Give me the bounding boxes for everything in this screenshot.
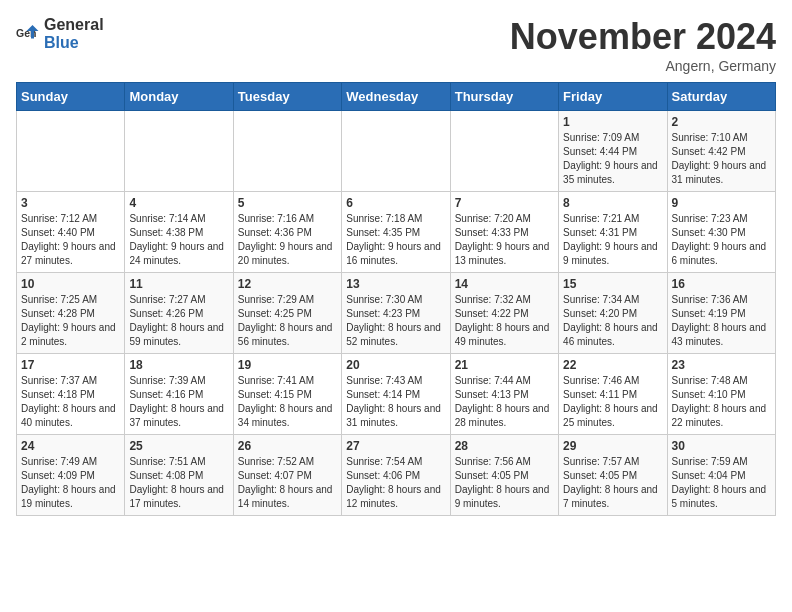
day-info: Sunrise: 7:29 AM Sunset: 4:25 PM Dayligh… [238,293,337,349]
day-info: Sunrise: 7:46 AM Sunset: 4:11 PM Dayligh… [563,374,662,430]
day-info: Sunrise: 7:54 AM Sunset: 4:06 PM Dayligh… [346,455,445,511]
day-number: 12 [238,277,337,291]
header-day-friday: Friday [559,83,667,111]
day-number: 27 [346,439,445,453]
header-day-tuesday: Tuesday [233,83,341,111]
calendar-cell: 6Sunrise: 7:18 AM Sunset: 4:35 PM Daylig… [342,192,450,273]
logo-blue: Blue [44,34,104,52]
week-row-1: 1Sunrise: 7:09 AM Sunset: 4:44 PM Daylig… [17,111,776,192]
day-info: Sunrise: 7:36 AM Sunset: 4:19 PM Dayligh… [672,293,771,349]
day-number: 17 [21,358,120,372]
location: Angern, Germany [510,58,776,74]
day-info: Sunrise: 7:44 AM Sunset: 4:13 PM Dayligh… [455,374,554,430]
calendar-cell: 5Sunrise: 7:16 AM Sunset: 4:36 PM Daylig… [233,192,341,273]
day-info: Sunrise: 7:09 AM Sunset: 4:44 PM Dayligh… [563,131,662,187]
day-info: Sunrise: 7:30 AM Sunset: 4:23 PM Dayligh… [346,293,445,349]
day-number: 5 [238,196,337,210]
calendar-cell: 22Sunrise: 7:46 AM Sunset: 4:11 PM Dayli… [559,354,667,435]
day-number: 8 [563,196,662,210]
header: Gen General Blue November 2024 Angern, G… [16,16,776,74]
day-info: Sunrise: 7:14 AM Sunset: 4:38 PM Dayligh… [129,212,228,268]
calendar-cell: 28Sunrise: 7:56 AM Sunset: 4:05 PM Dayli… [450,435,558,516]
calendar-cell [125,111,233,192]
calendar-cell: 25Sunrise: 7:51 AM Sunset: 4:08 PM Dayli… [125,435,233,516]
day-number: 28 [455,439,554,453]
calendar-cell: 16Sunrise: 7:36 AM Sunset: 4:19 PM Dayli… [667,273,775,354]
day-number: 15 [563,277,662,291]
calendar-cell: 17Sunrise: 7:37 AM Sunset: 4:18 PM Dayli… [17,354,125,435]
day-number: 2 [672,115,771,129]
calendar-cell: 29Sunrise: 7:57 AM Sunset: 4:05 PM Dayli… [559,435,667,516]
day-number: 23 [672,358,771,372]
day-info: Sunrise: 7:18 AM Sunset: 4:35 PM Dayligh… [346,212,445,268]
day-number: 6 [346,196,445,210]
calendar-cell: 19Sunrise: 7:41 AM Sunset: 4:15 PM Dayli… [233,354,341,435]
week-row-3: 10Sunrise: 7:25 AM Sunset: 4:28 PM Dayli… [17,273,776,354]
calendar-cell: 14Sunrise: 7:32 AM Sunset: 4:22 PM Dayli… [450,273,558,354]
day-info: Sunrise: 7:32 AM Sunset: 4:22 PM Dayligh… [455,293,554,349]
day-number: 1 [563,115,662,129]
calendar-cell: 12Sunrise: 7:29 AM Sunset: 4:25 PM Dayli… [233,273,341,354]
day-info: Sunrise: 7:27 AM Sunset: 4:26 PM Dayligh… [129,293,228,349]
calendar-cell: 24Sunrise: 7:49 AM Sunset: 4:09 PM Dayli… [17,435,125,516]
calendar-cell [342,111,450,192]
day-number: 14 [455,277,554,291]
day-info: Sunrise: 7:20 AM Sunset: 4:33 PM Dayligh… [455,212,554,268]
day-number: 18 [129,358,228,372]
calendar-cell: 23Sunrise: 7:48 AM Sunset: 4:10 PM Dayli… [667,354,775,435]
day-info: Sunrise: 7:48 AM Sunset: 4:10 PM Dayligh… [672,374,771,430]
header-day-thursday: Thursday [450,83,558,111]
day-number: 20 [346,358,445,372]
day-number: 16 [672,277,771,291]
day-number: 26 [238,439,337,453]
day-info: Sunrise: 7:25 AM Sunset: 4:28 PM Dayligh… [21,293,120,349]
day-info: Sunrise: 7:57 AM Sunset: 4:05 PM Dayligh… [563,455,662,511]
day-info: Sunrise: 7:16 AM Sunset: 4:36 PM Dayligh… [238,212,337,268]
week-row-4: 17Sunrise: 7:37 AM Sunset: 4:18 PM Dayli… [17,354,776,435]
day-number: 10 [21,277,120,291]
day-info: Sunrise: 7:56 AM Sunset: 4:05 PM Dayligh… [455,455,554,511]
calendar-cell: 3Sunrise: 7:12 AM Sunset: 4:40 PM Daylig… [17,192,125,273]
calendar-cell: 26Sunrise: 7:52 AM Sunset: 4:07 PM Dayli… [233,435,341,516]
calendar-cell: 7Sunrise: 7:20 AM Sunset: 4:33 PM Daylig… [450,192,558,273]
day-info: Sunrise: 7:10 AM Sunset: 4:42 PM Dayligh… [672,131,771,187]
day-info: Sunrise: 7:23 AM Sunset: 4:30 PM Dayligh… [672,212,771,268]
calendar-cell: 13Sunrise: 7:30 AM Sunset: 4:23 PM Dayli… [342,273,450,354]
calendar-cell: 20Sunrise: 7:43 AM Sunset: 4:14 PM Dayli… [342,354,450,435]
day-info: Sunrise: 7:51 AM Sunset: 4:08 PM Dayligh… [129,455,228,511]
day-number: 30 [672,439,771,453]
day-number: 21 [455,358,554,372]
header-day-wednesday: Wednesday [342,83,450,111]
day-info: Sunrise: 7:12 AM Sunset: 4:40 PM Dayligh… [21,212,120,268]
calendar-cell [450,111,558,192]
calendar-cell: 27Sunrise: 7:54 AM Sunset: 4:06 PM Dayli… [342,435,450,516]
day-number: 22 [563,358,662,372]
calendar-cell [233,111,341,192]
calendar-header: SundayMondayTuesdayWednesdayThursdayFrid… [17,83,776,111]
day-info: Sunrise: 7:39 AM Sunset: 4:16 PM Dayligh… [129,374,228,430]
logo-general: General [44,16,104,34]
header-row: SundayMondayTuesdayWednesdayThursdayFrid… [17,83,776,111]
week-row-2: 3Sunrise: 7:12 AM Sunset: 4:40 PM Daylig… [17,192,776,273]
calendar-table: SundayMondayTuesdayWednesdayThursdayFrid… [16,82,776,516]
calendar-cell: 18Sunrise: 7:39 AM Sunset: 4:16 PM Dayli… [125,354,233,435]
day-info: Sunrise: 7:34 AM Sunset: 4:20 PM Dayligh… [563,293,662,349]
day-number: 25 [129,439,228,453]
day-number: 13 [346,277,445,291]
day-info: Sunrise: 7:37 AM Sunset: 4:18 PM Dayligh… [21,374,120,430]
day-number: 3 [21,196,120,210]
day-info: Sunrise: 7:43 AM Sunset: 4:14 PM Dayligh… [346,374,445,430]
calendar-body: 1Sunrise: 7:09 AM Sunset: 4:44 PM Daylig… [17,111,776,516]
day-number: 19 [238,358,337,372]
day-info: Sunrise: 7:41 AM Sunset: 4:15 PM Dayligh… [238,374,337,430]
calendar-cell [17,111,125,192]
header-day-monday: Monday [125,83,233,111]
day-info: Sunrise: 7:21 AM Sunset: 4:31 PM Dayligh… [563,212,662,268]
logo: Gen General Blue [16,16,104,51]
logo-icon: Gen [16,22,40,46]
calendar-cell: 21Sunrise: 7:44 AM Sunset: 4:13 PM Dayli… [450,354,558,435]
day-info: Sunrise: 7:52 AM Sunset: 4:07 PM Dayligh… [238,455,337,511]
day-number: 4 [129,196,228,210]
day-info: Sunrise: 7:49 AM Sunset: 4:09 PM Dayligh… [21,455,120,511]
header-day-saturday: Saturday [667,83,775,111]
